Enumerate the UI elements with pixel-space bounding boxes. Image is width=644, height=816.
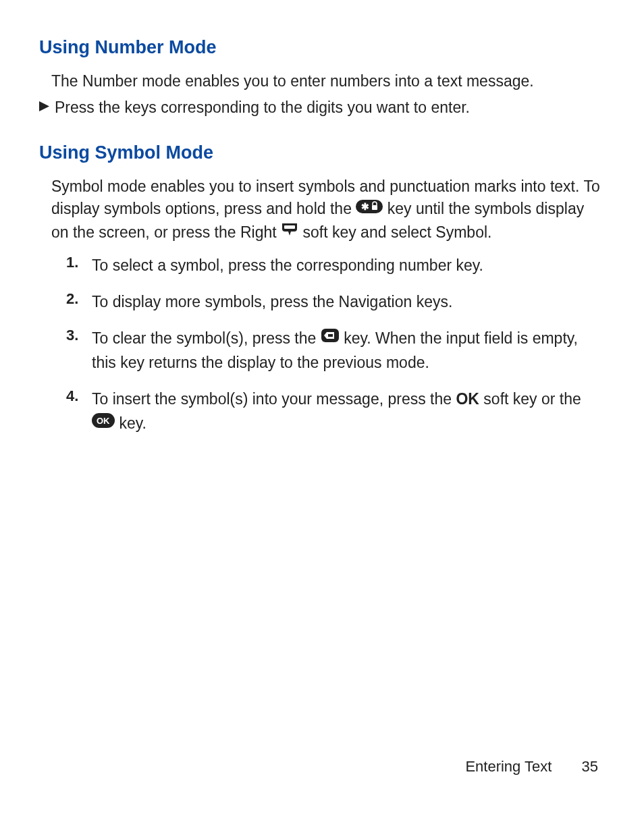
ordered-list: 1. To select a symbol, press the corresp… xyxy=(39,254,605,436)
svg-text:✱: ✱ xyxy=(361,201,369,212)
ok-key-icon: OK xyxy=(92,411,115,435)
intro-text-3: soft key and select Symbol. xyxy=(302,223,491,241)
list-body: To select a symbol, press the correspond… xyxy=(92,254,483,278)
soft-key-icon xyxy=(281,221,298,243)
list-item: 1. To select a symbol, press the corresp… xyxy=(66,254,605,278)
svg-rect-3 xyxy=(372,205,377,210)
list-number: 1. xyxy=(66,254,92,278)
list-item: 2. To display more symbols, press the Na… xyxy=(66,290,605,315)
svg-rect-6 xyxy=(328,334,333,337)
heading-number-mode: Using Number Mode xyxy=(39,37,605,58)
list-item: 3. To clear the symbol(s), press the key… xyxy=(66,327,605,375)
triangle-bullet-icon xyxy=(39,101,49,114)
svg-rect-4 xyxy=(284,225,295,229)
bullet-text: Press the keys corresponding to the digi… xyxy=(55,97,470,119)
list-body: To insert the symbol(s) into your messag… xyxy=(92,387,605,436)
symbol-mode-intro: Symbol mode enables you to insert symbol… xyxy=(51,175,605,245)
bullet-item: Press the keys corresponding to the digi… xyxy=(39,97,605,119)
page-number: 35 xyxy=(582,758,598,775)
footer-section: Entering Text xyxy=(465,758,552,775)
step4-mid: soft key or the xyxy=(483,390,581,408)
list-body: To display more symbols, press the Navig… xyxy=(92,290,452,315)
step4-pre: To insert the symbol(s) into your messag… xyxy=(92,390,456,408)
svg-text:OK: OK xyxy=(97,416,110,426)
list-body: To clear the symbol(s), press the key. W… xyxy=(92,327,605,375)
step4-post: key. xyxy=(119,414,146,432)
number-mode-intro: The Number mode enables you to enter num… xyxy=(51,70,605,92)
heading-symbol-mode: Using Symbol Mode xyxy=(39,142,605,163)
page: Using Number Mode The Number mode enable… xyxy=(0,0,644,816)
list-item: 4. To insert the symbol(s) into your mes… xyxy=(66,387,605,436)
list-number: 2. xyxy=(66,290,92,315)
svg-marker-0 xyxy=(39,101,49,111)
ok-label: OK xyxy=(456,390,479,408)
step3-pre: To clear the symbol(s), press the xyxy=(92,329,321,347)
star-lock-key-icon: ✱ xyxy=(356,197,383,219)
list-number: 4. xyxy=(66,387,92,436)
page-footer: Entering Text 35 xyxy=(465,758,598,776)
list-number: 3. xyxy=(66,327,92,375)
svg-rect-1 xyxy=(356,200,383,213)
clear-key-icon xyxy=(321,326,340,350)
